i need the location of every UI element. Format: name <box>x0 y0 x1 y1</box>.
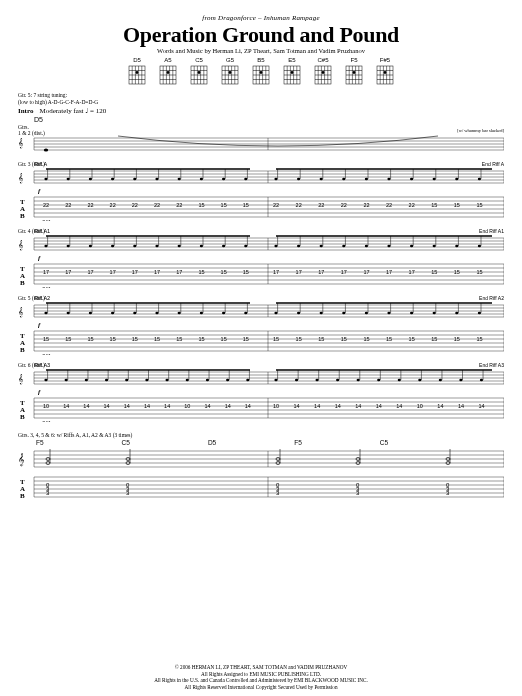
svg-text:22: 22 <box>176 202 182 208</box>
svg-point-53 <box>291 71 294 74</box>
riff-name: Riff A1 <box>34 228 50 234</box>
chord-grid-icon <box>158 64 178 86</box>
chord-diagram-b5: B5 <box>251 57 271 86</box>
svg-text:15: 15 <box>454 202 460 208</box>
svg-text:14: 14 <box>335 403 341 409</box>
svg-point-44 <box>260 71 263 74</box>
svg-point-201 <box>244 245 247 247</box>
svg-point-391 <box>439 379 442 381</box>
svg-text:P.M.- - - - - - - - - - - - - : P.M.- - - - - - - - - - - - - - - - - - … <box>41 420 318 422</box>
svg-text:15: 15 <box>476 202 482 208</box>
tuning-detail: (low to high) A-D-G-C-F-A-D=D-G <box>18 99 504 106</box>
svg-text:14: 14 <box>83 403 89 409</box>
svg-text:B: B <box>20 413 25 421</box>
svg-point-373 <box>246 379 249 381</box>
svg-text:14: 14 <box>376 403 382 409</box>
riff-staff-container: Riff A1 End Riff A1 𝄞 f T A B 1717171717… <box>18 234 504 292</box>
svg-point-288 <box>274 312 277 314</box>
riff-staff: 𝄞 f T A B 222222222222221515152222222222… <box>18 167 504 221</box>
svg-point-369 <box>206 379 209 381</box>
svg-text:15: 15 <box>110 336 116 342</box>
svg-text:15: 15 <box>296 336 302 342</box>
svg-point-294 <box>342 312 345 314</box>
svg-text:15: 15 <box>243 202 249 208</box>
svg-text:14: 14 <box>437 403 443 409</box>
svg-text:𝄞: 𝄞 <box>18 373 23 385</box>
svg-point-104 <box>111 178 114 180</box>
svg-text:15: 15 <box>318 336 324 342</box>
svg-point-132 <box>433 178 436 180</box>
svg-text:15: 15 <box>273 336 279 342</box>
svg-point-385 <box>377 379 380 381</box>
svg-text:15: 15 <box>386 336 392 342</box>
svg-point-126 <box>365 178 368 180</box>
intro-key: D5 <box>34 116 504 123</box>
svg-point-205 <box>297 245 300 247</box>
svg-point-98 <box>44 178 47 180</box>
svg-text:15: 15 <box>198 269 204 275</box>
tempo-note-icon: ♩ <box>85 107 88 115</box>
riff-staff-container: Riff A2 End Riff A2 𝄞 f T A B 1515151515… <box>18 301 504 359</box>
svg-text:14: 14 <box>478 403 484 409</box>
svg-point-393 <box>459 379 462 381</box>
treble-clef-icon: 𝄞 <box>18 137 23 149</box>
half-note-chord <box>356 449 360 465</box>
svg-text:15: 15 <box>363 336 369 342</box>
svg-point-108 <box>155 178 158 180</box>
svg-point-280 <box>178 312 181 314</box>
chord-grid-icon <box>344 64 364 86</box>
svg-text:22: 22 <box>65 202 71 208</box>
svg-point-26 <box>198 71 201 74</box>
svg-point-191 <box>133 245 136 247</box>
chord-diagram-g5: G5 <box>220 57 240 86</box>
svg-text:15: 15 <box>221 202 227 208</box>
svg-point-221 <box>478 245 481 247</box>
svg-text:14: 14 <box>314 403 320 409</box>
svg-point-17 <box>167 71 170 74</box>
svg-point-114 <box>222 178 225 180</box>
tempo-value: = 120 <box>90 107 106 115</box>
song-title: Operation Ground and Pound <box>18 23 504 46</box>
riff-name: Riff A2 <box>34 295 50 301</box>
riff-end-name: End Riff A2 <box>479 295 504 301</box>
footer: © 2006 HERMAN LI, ZP THEART, SAM TOTMAN … <box>0 664 522 690</box>
chord-label: F5 <box>344 57 364 63</box>
chord-diagram-a5: A5 <box>158 57 178 86</box>
svg-text:17: 17 <box>110 269 116 275</box>
chord-label: G5 <box>220 57 240 63</box>
svg-text:22: 22 <box>132 202 138 208</box>
svg-text:22: 22 <box>386 202 392 208</box>
svg-text:14: 14 <box>355 403 361 409</box>
svg-text:15: 15 <box>431 202 437 208</box>
svg-point-300 <box>410 312 413 314</box>
svg-point-106 <box>133 178 136 180</box>
chord-diagram-d5: D5 <box>127 57 147 86</box>
svg-text:14: 14 <box>124 403 130 409</box>
tab-B-icon: B <box>20 492 25 500</box>
chord-diagram-row: D5 A5 C5 <box>18 57 504 86</box>
svg-point-383 <box>357 379 360 381</box>
chord-label: B5 <box>251 57 271 63</box>
svg-text:22: 22 <box>273 202 279 208</box>
svg-point-110 <box>178 178 181 180</box>
svg-point-211 <box>365 245 368 247</box>
svg-point-371 <box>226 379 229 381</box>
svg-text:15: 15 <box>243 336 249 342</box>
svg-point-8 <box>136 71 139 74</box>
svg-text:P.M.- - - - - - - - - - - - - : P.M.- - - - - - - - - - - - - - - - - - … <box>41 353 318 355</box>
svg-point-298 <box>387 312 390 314</box>
chord-diagram-e5: E5 <box>282 57 302 86</box>
chord-grid-icon <box>375 64 395 86</box>
svg-point-124 <box>342 178 345 180</box>
svg-point-377 <box>295 379 298 381</box>
svg-text:10: 10 <box>273 403 279 409</box>
svg-point-71 <box>353 71 356 74</box>
svg-point-278 <box>155 312 158 314</box>
svg-text:17: 17 <box>318 269 324 275</box>
svg-text:15: 15 <box>43 336 49 342</box>
svg-point-306 <box>478 312 481 314</box>
svg-text:17: 17 <box>154 269 160 275</box>
svg-text:17: 17 <box>273 269 279 275</box>
half-note-chord <box>446 449 450 465</box>
svg-point-357 <box>85 379 88 381</box>
